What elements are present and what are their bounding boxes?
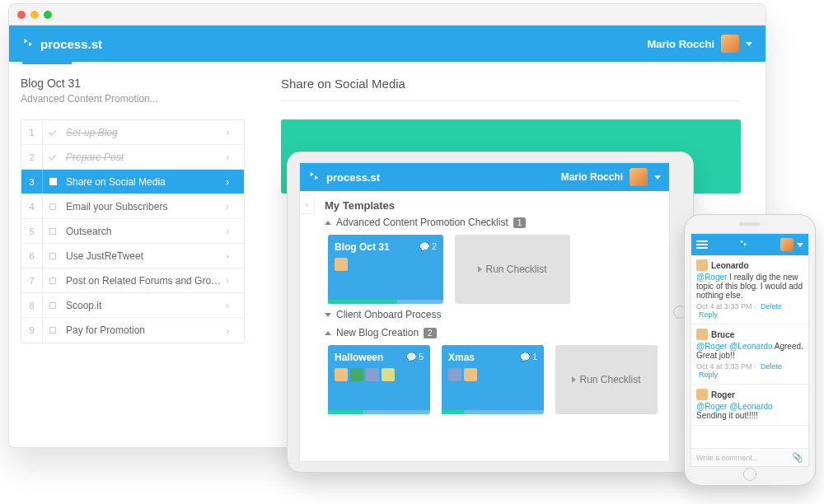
task-checkbox[interactable] [43, 128, 63, 137]
post-author: Bruce [696, 329, 803, 340]
run-checklist-button[interactable]: Run Checklist [555, 345, 658, 414]
comment-feed: Leonardo@Roger I really dig the new topi… [691, 255, 808, 448]
task-checkbox[interactable] [43, 327, 63, 334]
chevron-right-icon: › [226, 200, 244, 212]
avatar [721, 35, 739, 53]
task-number: 3 [21, 170, 43, 194]
desktop-topbar: process.st Mario Rocchi [9, 26, 765, 62]
task-checkbox[interactable] [43, 278, 63, 284]
task-label: Prepare Post [63, 152, 226, 163]
checklist-card[interactable]: Halloween 5 [328, 345, 430, 414]
tablet-screen: process.st Mario Rocchi › My Templates A… [299, 162, 670, 462]
progress-bar [442, 410, 544, 414]
member-avatar [335, 258, 348, 271]
task-row[interactable]: 9Pay for Promotion› [21, 318, 244, 343]
task-number: 5 [21, 219, 43, 243]
task-row[interactable]: 6Use JustReTweet› [21, 244, 244, 268]
user-name: Mario Rocchi [561, 171, 623, 183]
reply-link[interactable]: Reply [699, 310, 718, 319]
task-row[interactable]: 1Set-up Blog› [21, 120, 244, 145]
mention[interactable]: @Roger @Leonardo [696, 402, 773, 411]
play-icon [572, 376, 576, 383]
chevron-down-icon [797, 243, 803, 247]
member-avatar [350, 368, 363, 381]
comment-input[interactable]: Write a comment... 📎 [691, 448, 808, 466]
user-menu[interactable] [780, 238, 803, 251]
template-row[interactable]: New Blog Creation 2 [325, 327, 658, 338]
brand-text: process.st [326, 171, 380, 184]
phone-screen: Leonardo@Roger I really dig the new topi… [691, 233, 809, 467]
run-checklist-button[interactable]: Run Checklist [455, 235, 570, 304]
task-checkbox[interactable] [43, 253, 63, 259]
chevron-right-icon: › [226, 324, 244, 337]
count-badge: 2 [424, 328, 437, 338]
phone-topbar [691, 234, 808, 255]
delete-link[interactable]: Delete [761, 302, 782, 310]
menu-icon[interactable] [696, 240, 708, 249]
task-row[interactable]: 8Scoop.it› [21, 293, 244, 318]
author-avatar [696, 259, 708, 271]
drawer-toggle[interactable]: › [300, 194, 315, 214]
task-row[interactable]: 7Post on Related Forums and Groups› [21, 268, 244, 293]
template-row[interactable]: Client Onboard Process [325, 309, 658, 320]
template-row[interactable]: Advanced Content Promotion Checklist 1 [325, 217, 658, 228]
task-label: Email your Subscribers [63, 201, 226, 212]
run-label: Run Checklist [579, 374, 640, 385]
collapse-icon [325, 221, 331, 225]
template-name: Client Onboard Process [336, 309, 441, 320]
task-row[interactable]: 5Outsearch› [21, 219, 244, 244]
task-number: 7 [21, 268, 43, 292]
user-menu[interactable]: Mario Rocchi [561, 168, 661, 186]
task-label: Use JustReTweet [63, 250, 226, 262]
mention[interactable]: @Roger [696, 273, 727, 282]
task-checkbox[interactable] [43, 178, 63, 185]
author-avatar [696, 389, 708, 400]
brand-icon[interactable] [739, 237, 749, 252]
member-avatar [366, 368, 379, 381]
template-name: Advanced Content Promotion Checklist [336, 217, 508, 228]
window-controls [9, 4, 765, 26]
checklist-card[interactable]: Blog Oct 31 2 [328, 235, 443, 304]
task-checkbox[interactable] [43, 153, 63, 161]
task-number: 8 [21, 293, 43, 317]
brand[interactable]: process.st [308, 170, 380, 184]
max-dot[interactable] [44, 11, 52, 19]
post-body: @Roger @Leonardo Agreed. Great job!! [696, 342, 803, 360]
task-checkbox[interactable] [43, 203, 63, 210]
post-meta: Oct 4 at 3:33 PM · Delete Reply [696, 362, 803, 379]
min-dot[interactable] [30, 11, 39, 19]
checklist-title: Blog Oct 31 [21, 77, 245, 90]
post-author: Roger [696, 389, 803, 400]
brand-text: process.st [40, 37, 102, 51]
task-label: Pay for Promotion [63, 324, 226, 336]
task-number: 6 [21, 244, 43, 268]
chevron-right-icon: › [226, 126, 244, 138]
task-checkbox[interactable] [43, 302, 63, 309]
brand-icon [22, 37, 35, 50]
close-dot[interactable] [17, 11, 26, 19]
comment-icon [406, 352, 416, 362]
active-tab-indicator [22, 62, 72, 64]
task-label: Outsearch [63, 226, 226, 237]
chevron-right-icon: › [226, 274, 244, 287]
task-row[interactable]: 2Prepare Post› [21, 145, 244, 170]
collapse-icon [325, 331, 331, 335]
task-number: 2 [21, 145, 43, 169]
delete-link[interactable]: Delete [761, 362, 782, 371]
reply-link[interactable]: Reply [699, 371, 718, 379]
comment-post: Bruce@Roger @Leonardo Agreed. Great job!… [691, 324, 808, 385]
chevron-down-icon [654, 175, 661, 180]
brand[interactable]: process.st [22, 37, 102, 51]
task-row[interactable]: 3Share on Social Media› [21, 170, 244, 194]
mention[interactable]: @Roger @Leonardo [696, 342, 773, 351]
task-row[interactable]: 4Email your Subscribers› [21, 194, 244, 219]
member-avatar [335, 368, 348, 381]
post-author: Leonardo [696, 259, 803, 271]
progress-bar [328, 300, 443, 304]
member-avatar [448, 368, 461, 381]
checklist-card[interactable]: Xmas 1 [442, 345, 544, 414]
attachment-icon[interactable]: 📎 [792, 452, 803, 463]
task-number: 9 [21, 318, 43, 343]
user-menu[interactable]: Mario Rocchi [647, 35, 752, 53]
task-checkbox[interactable] [43, 228, 63, 235]
